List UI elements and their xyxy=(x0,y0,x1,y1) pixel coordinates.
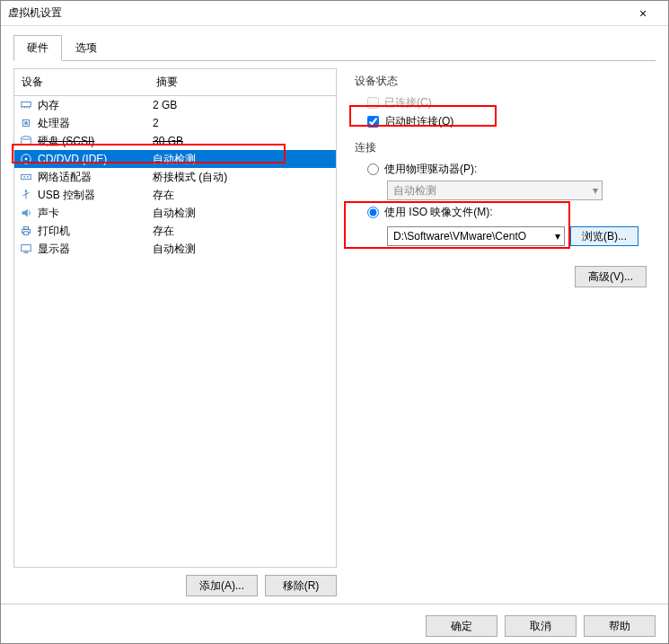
browse-button[interactable]: 浏览(B)... xyxy=(570,226,638,246)
table-row[interactable]: 打印机存在 xyxy=(14,222,336,240)
device-name: 打印机 xyxy=(38,224,153,239)
chevron-down-icon: ▾ xyxy=(593,184,598,197)
device-summary: 自动检测 xyxy=(153,206,332,221)
add-button[interactable]: 添加(A)... xyxy=(186,575,258,596)
device-summary: 30 GB xyxy=(153,135,332,147)
device-name: 声卡 xyxy=(38,206,153,221)
printer-icon xyxy=(18,225,34,237)
titlebar: 虚拟机设置 × xyxy=(1,1,668,26)
sound-icon xyxy=(18,207,34,219)
close-button[interactable]: × xyxy=(625,1,661,26)
svg-rect-18 xyxy=(23,227,28,230)
table-row[interactable]: 声卡自动检测 xyxy=(14,204,336,222)
display-icon xyxy=(18,243,34,255)
disk-icon xyxy=(18,135,34,147)
svg-rect-11 xyxy=(23,176,25,178)
svg-rect-0 xyxy=(22,102,31,107)
connected-input xyxy=(367,97,379,109)
memory-icon xyxy=(18,99,34,111)
svg-rect-20 xyxy=(22,245,31,251)
device-name: CD/DVD (IDE) xyxy=(38,153,153,165)
table-row[interactable]: 网络适配器桥接模式 (自动) xyxy=(14,168,336,186)
device-summary: 2 xyxy=(153,117,332,129)
device-name: 显示器 xyxy=(38,242,153,257)
device-summary: 自动检测 xyxy=(153,242,332,257)
chevron-down-icon[interactable]: ▾ xyxy=(555,230,560,243)
svg-point-7 xyxy=(22,137,31,140)
device-name: 网络适配器 xyxy=(38,170,153,185)
device-list: 设备 摘要 内存2 GB处理器2硬盘 (SCSI)30 GBCD/DVD (ID… xyxy=(13,68,337,568)
close-icon: × xyxy=(639,6,647,21)
table-row[interactable]: CD/DVD (IDE)自动检测 xyxy=(14,150,336,168)
svg-line-15 xyxy=(23,194,27,196)
svg-line-16 xyxy=(26,192,30,194)
col-summary[interactable]: 摘要 xyxy=(149,69,336,95)
use-iso-input[interactable] xyxy=(367,207,379,218)
device-summary: 存在 xyxy=(153,224,332,239)
svg-point-9 xyxy=(25,158,28,161)
device-summary: 存在 xyxy=(153,188,332,203)
window-title: 虚拟机设置 xyxy=(8,5,625,21)
usb-icon xyxy=(18,189,34,201)
connect-on-power-input[interactable] xyxy=(367,116,379,128)
device-status-legend: 设备状态 xyxy=(355,74,656,89)
device-name: 处理器 xyxy=(38,116,153,131)
table-row[interactable]: USB 控制器存在 xyxy=(14,186,336,204)
nic-icon xyxy=(18,171,34,183)
remove-button[interactable]: 移除(R) xyxy=(265,575,337,596)
grid-body[interactable]: 内存2 GB处理器2硬盘 (SCSI)30 GBCD/DVD (IDE)自动检测… xyxy=(14,96,336,567)
device-name: 内存 xyxy=(38,98,153,113)
device-name: 硬盘 (SCSI) xyxy=(38,134,153,149)
device-status-group: 设备状态 已连接(C) 启动时连接(O) xyxy=(355,74,656,129)
use-physical-radio[interactable]: 使用物理驱动器(P): xyxy=(367,161,656,177)
cancel-button[interactable]: 取消 xyxy=(505,615,577,637)
dialog-footer: 确定 取消 帮助 xyxy=(1,604,668,644)
iso-path-combo[interactable]: D:\Software\VMware\CentO ▾ xyxy=(387,226,565,246)
advanced-button[interactable]: 高级(V)... xyxy=(575,266,647,287)
cpu-icon xyxy=(18,117,34,129)
physical-drive-combo: 自动检测 ▾ xyxy=(387,181,603,200)
svg-rect-10 xyxy=(22,174,31,179)
table-row[interactable]: 硬盘 (SCSI)30 GB xyxy=(14,132,336,150)
ok-button[interactable]: 确定 xyxy=(426,615,497,637)
device-summary: 自动检测 xyxy=(153,152,332,167)
grid-header: 设备 摘要 xyxy=(14,69,336,96)
svg-rect-19 xyxy=(23,232,28,235)
device-summary: 2 GB xyxy=(153,99,332,111)
connection-group: 连接 使用物理驱动器(P): 自动检测 ▾ 使用 ISO 映像文件(M): xyxy=(355,140,656,250)
device-summary: 桥接模式 (自动) xyxy=(153,170,332,185)
svg-rect-12 xyxy=(27,176,29,178)
tab-options[interactable]: 选项 xyxy=(62,35,110,61)
table-row[interactable]: 显示器自动检测 xyxy=(14,240,336,258)
settings-panel: 设备状态 已连接(C) 启动时连接(O) 连接 使用物理驱动器( xyxy=(349,68,656,604)
connected-checkbox: 已连接(C) xyxy=(367,94,656,110)
use-iso-radio[interactable]: 使用 ISO 映像文件(M): xyxy=(367,204,656,220)
col-device[interactable]: 设备 xyxy=(14,69,149,95)
connect-on-power-checkbox[interactable]: 启动时连接(O) xyxy=(367,113,656,129)
table-row[interactable]: 处理器2 xyxy=(14,114,336,132)
cd-icon xyxy=(18,153,34,165)
connection-legend: 连接 xyxy=(355,140,656,155)
table-row[interactable]: 内存2 GB xyxy=(14,96,336,114)
use-physical-input[interactable] xyxy=(367,163,379,175)
tabs: 硬件 选项 xyxy=(13,35,656,61)
vm-settings-window: 虚拟机设置 × 硬件 选项 设备 摘要 内存2 GB处理器2硬盘 (SCSI)3… xyxy=(0,0,669,644)
device-name: USB 控制器 xyxy=(38,188,153,203)
tab-hardware[interactable]: 硬件 xyxy=(13,35,62,61)
help-button[interactable]: 帮助 xyxy=(584,615,656,637)
svg-rect-6 xyxy=(24,121,28,125)
